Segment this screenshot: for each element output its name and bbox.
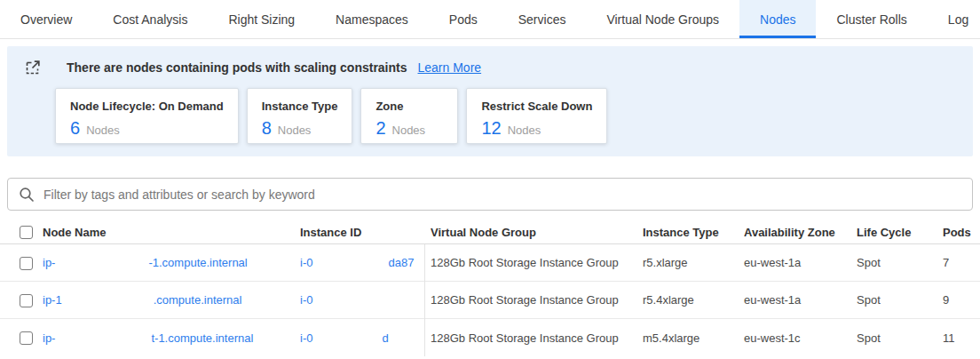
redacted-text: [62, 299, 154, 300]
table-row[interactable]: ip-1.compute.internal i-0 128Gb Root Sto…: [0, 282, 980, 319]
scaling-constraints-banner: There are nodes containing pods with sca…: [7, 46, 973, 156]
card-count: 12: [481, 118, 501, 139]
redacted-text: [55, 262, 148, 263]
column-pods: Pods: [943, 226, 980, 239]
instance-id-link[interactable]: i-0da87: [300, 256, 423, 269]
card-unit: Nodes: [278, 124, 312, 137]
card-unit: Nodes: [392, 124, 426, 137]
banner-header: There are nodes containing pods with sca…: [20, 59, 959, 76]
card-node-lifecycle: Node Lifecycle: On Demand 6 Nodes: [55, 88, 239, 144]
card-count: 2: [375, 118, 385, 139]
learn-more-link[interactable]: Learn More: [418, 60, 482, 75]
card-title: Restrict Scale Down: [481, 100, 592, 113]
life-cycle-cell: Spot: [857, 293, 943, 307]
node-name-link[interactable]: ip-1.compute.internal: [43, 293, 293, 307]
virtual-node-group-cell: 128Gb Root Storage Instance Group: [431, 256, 643, 269]
card-title: Zone: [375, 100, 443, 113]
constraint-cards: Node Lifecycle: On Demand 6 Nodes Instan…: [55, 88, 959, 144]
card-count: 6: [70, 118, 80, 139]
pods-cell: 9: [943, 293, 980, 307]
availability-zone-cell: eu-west-1a: [744, 256, 857, 269]
table-row[interactable]: ip--1.compute.internal i-0da87 128Gb Roo…: [0, 244, 980, 282]
virtual-node-group-cell: 128Gb Root Storage Instance Group: [431, 331, 643, 345]
nodes-table: Node Name Instance ID Virtual Node Group…: [0, 220, 980, 356]
column-node-name: Node Name: [43, 226, 300, 239]
row-checkbox[interactable]: [20, 331, 33, 345]
tab-log[interactable]: Log: [928, 0, 980, 38]
instance-id-link[interactable]: i-0: [300, 293, 423, 307]
card-zone: Zone 2 Nodes: [360, 88, 458, 144]
tab-cluster-rolls[interactable]: Cluster Rolls: [816, 0, 927, 38]
column-instance-type: Instance Type: [643, 226, 744, 239]
availability-zone-cell: eu-west-1c: [744, 331, 857, 345]
card-count: 8: [262, 118, 272, 139]
table-row[interactable]: ip-t-1.compute.internal i-0d 128Gb Root …: [0, 319, 980, 356]
tab-nodes[interactable]: Nodes: [739, 0, 816, 38]
redacted-text: [312, 262, 388, 263]
filter-input[interactable]: [43, 187, 961, 202]
banner-message: There are nodes containing pods with sca…: [67, 60, 407, 75]
card-instance-type: Instance Type 8 Nodes: [247, 88, 353, 144]
availability-zone-cell: eu-west-1a: [744, 293, 857, 307]
instance-type-cell: r5.4xlarge: [643, 293, 744, 307]
pods-cell: 11: [943, 331, 980, 345]
filter-bar: [7, 178, 973, 211]
tab-pods[interactable]: Pods: [429, 0, 498, 38]
node-name-link[interactable]: ip--1.compute.internal: [43, 256, 293, 269]
card-unit: Nodes: [508, 124, 541, 137]
instance-type-cell: m5.4xlarge: [643, 331, 744, 345]
row-checkbox[interactable]: [20, 257, 33, 270]
tab-virtual-node-groups[interactable]: Virtual Node Groups: [586, 0, 739, 38]
select-all-checkbox[interactable]: [20, 226, 33, 239]
tab-overview[interactable]: Overview: [0, 0, 92, 38]
column-instance-id: Instance ID: [300, 226, 431, 239]
node-name-link[interactable]: ip-t-1.compute.internal: [43, 331, 293, 345]
tab-services[interactable]: Services: [498, 0, 587, 38]
card-unit: Nodes: [86, 124, 120, 137]
column-availability-zone: Availability Zone: [744, 226, 857, 239]
table-header-row: Node Name Instance ID Virtual Node Group…: [0, 220, 980, 244]
scaling-constraint-icon: [25, 59, 42, 76]
redacted-text: [55, 338, 151, 339]
life-cycle-cell: Spot: [857, 256, 943, 269]
column-life-cycle: Life Cycle: [857, 226, 943, 239]
column-virtual-node-group: Virtual Node Group: [431, 226, 643, 239]
instance-type-cell: r5.xlarge: [643, 256, 744, 269]
life-cycle-cell: Spot: [857, 331, 943, 345]
tab-namespaces[interactable]: Namespaces: [315, 0, 429, 38]
frozen-column-divider: [424, 244, 425, 356]
card-title: Node Lifecycle: On Demand: [70, 100, 224, 113]
virtual-node-group-cell: 128Gb Root Storage Instance Group: [431, 293, 643, 307]
card-title: Instance Type: [262, 100, 338, 113]
row-checkbox[interactable]: [20, 294, 33, 307]
search-icon: [19, 187, 35, 203]
redacted-text: [312, 338, 382, 339]
pods-cell: 7: [943, 256, 980, 269]
instance-id-link[interactable]: i-0d: [300, 331, 423, 345]
tab-cost-analysis[interactable]: Cost Analysis: [92, 0, 208, 38]
tab-bar: Overview Cost Analysis Right Sizing Name…: [0, 0, 980, 39]
tab-right-sizing[interactable]: Right Sizing: [208, 0, 315, 38]
card-restrict-scale-down: Restrict Scale Down 12 Nodes: [466, 88, 607, 144]
